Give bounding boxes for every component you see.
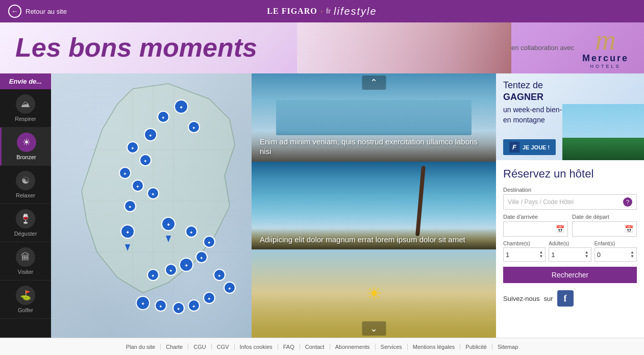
sidebar-label-relaxer: Relaxer (16, 192, 35, 198)
rooms-label: Chambre(s) (503, 241, 546, 246)
panel-pool[interactable]: ⌃ Enim ad minim veniam, quis nostrud exe… (252, 73, 496, 162)
adults-field: Adulte(s) 1 ▲ ▼ (549, 241, 591, 262)
svg-text:✦: ✦ (228, 286, 232, 291)
header-right: en collaboration avec m Mercure HOTELS (511, 27, 629, 68)
svg-text:✦: ✦ (179, 105, 183, 110)
large-sun-icon: ☀ (366, 283, 382, 305)
golf-icon: ⛳ (16, 286, 35, 305)
map-area[interactable]: ✦ ✦ ✦ ✦ ✦ ✦ ✦ ✦ ✦ ✦ (51, 73, 252, 338)
destination-placeholder: Ville / Pays / Code Hôtel (508, 198, 574, 206)
sidebar-item-bronzer[interactable]: ☀ Bronzer (0, 128, 51, 166)
footer-link-plan-du-site[interactable]: Plan du site (121, 344, 161, 350)
sidebar-label-respirer: Respirer (15, 116, 36, 122)
footer-link-cgu[interactable]: CGU (188, 344, 211, 350)
departure-label: Date de départ (572, 214, 637, 220)
panel-beach[interactable]: Adiipicing elit dolor magnum errat lorem… (252, 162, 496, 250)
follow-sur: sur (544, 295, 553, 302)
promo-banner: Tentez de GAGNER un week-end bien-être e… (496, 73, 644, 160)
search-button[interactable]: Rechercher (503, 267, 637, 283)
departure-calendar-icon: 📅 (625, 225, 633, 233)
svg-text:✦: ✦ (192, 125, 196, 131)
footer-link-cgv[interactable]: CGV (212, 344, 235, 350)
svg-text:✦: ✦ (123, 171, 127, 176)
children-input[interactable]: 0 ▲ ▼ (595, 247, 637, 262)
sidebar-item-visiter[interactable]: 🏛 Visiter (0, 242, 51, 281)
departure-field: Date de départ 📅 (572, 214, 637, 237)
sun-icon: ☀ (17, 133, 36, 152)
destination-label: Destination (503, 187, 637, 193)
children-arrows: ▲ ▼ (630, 250, 634, 259)
svg-text:✦: ✦ (151, 273, 155, 278)
sidebar-label-visiter: Visiter (18, 269, 33, 275)
back-button[interactable]: ← Retour au site (8, 5, 67, 18)
footer-link-faq[interactable]: FAQ (278, 344, 300, 350)
facebook-icon[interactable]: f (557, 290, 574, 307)
promo-title-prefix: Tentez de (503, 80, 543, 90)
svg-text:✦: ✦ (192, 304, 196, 309)
svg-text:✦: ✦ (143, 159, 147, 164)
footer: Plan du site Charte CGU CGV Infos cookie… (0, 338, 644, 355)
svg-text:✦: ✦ (166, 222, 170, 227)
svg-text:✦: ✦ (141, 301, 145, 307)
help-icon[interactable]: ? (623, 197, 632, 207)
site-logo: LE FIGARO · fr lifestyle (267, 6, 377, 17)
counters-row: Chambre(s) 1 ▲ ▼ Adulte(s) 1 ▲ (503, 241, 637, 262)
footer-link-infos-cookies[interactable]: Infos cookies (235, 344, 278, 350)
back-label: Retour au site (26, 8, 67, 15)
sidebar-item-relaxer[interactable]: ☯ Relaxer (0, 166, 51, 204)
svg-text:✦: ✦ (177, 307, 181, 312)
promo-play-label: JE JOUE ! (523, 144, 550, 150)
mercure-logo: m Mercure HOTELS (582, 27, 629, 68)
adults-input[interactable]: 1 ▲ ▼ (549, 247, 591, 262)
arrival-field: Date d'arrivée 📅 (503, 214, 568, 237)
adults-down-arrow[interactable]: ▼ (585, 255, 589, 259)
footer-link-mentions-legales[interactable]: Mentions légales (408, 344, 461, 350)
footer-link-charte[interactable]: Charte (161, 344, 188, 350)
footer-link-sitemap[interactable]: Sitemap (492, 344, 523, 350)
hotel-booking-form: Réservez un hôtel Destination Ville / Pa… (496, 160, 644, 338)
svg-text:✦: ✦ (184, 263, 188, 268)
arrival-input[interactable]: 📅 (503, 221, 568, 237)
promo-play-button[interactable]: F JE JOUE ! (503, 139, 556, 155)
destination-input[interactable]: Ville / Pays / Code Hôtel ? (503, 194, 637, 210)
panel-2-text: Adiipicing elit dolor magnum errat lorem… (260, 235, 488, 245)
mercure-m-letter: m (595, 27, 615, 53)
follow-row: Suivez-nous sur f (503, 290, 637, 307)
footer-link-contact[interactable]: Contact (300, 344, 330, 350)
footer-link-services[interactable]: Services (376, 344, 408, 350)
sidebar-label-golfer: Golfer (18, 307, 33, 313)
svg-text:✦: ✦ (128, 205, 132, 210)
adults-label: Adulte(s) (549, 241, 591, 246)
sidebar-label-deguster: Déguster (14, 231, 37, 237)
sidebar-item-deguster[interactable]: 🍷 Déguster (0, 204, 51, 242)
footer-link-abonnements[interactable]: Abonnements (330, 344, 376, 350)
children-label: Enfant(s) (595, 241, 637, 246)
mercure-hotels-label: HOTELS (590, 64, 621, 69)
hotel-form-title: Réservez un hôtel (503, 167, 637, 181)
sidebar-item-golfer[interactable]: ⛳ Golfer (0, 281, 51, 319)
logo-dot: · (320, 6, 323, 17)
panel-nav-down[interactable]: ⌄ (362, 321, 386, 336)
sidebar: Envie de... ⛰ Respirer ☀ Bronzer ☯ Relax… (0, 73, 51, 338)
panel-dunes[interactable]: ☀ ⌄ (252, 249, 496, 338)
children-field: Enfant(s) 0 ▲ ▼ (595, 241, 637, 262)
back-arrow-icon: ← (8, 5, 21, 18)
rooms-input[interactable]: 1 ▲ ▼ (503, 247, 546, 262)
panel-2-overlay: Adiipicing elit dolor magnum errat lorem… (252, 229, 496, 250)
main-content: Envie de... ⛰ Respirer ☀ Bronzer ☯ Relax… (0, 73, 644, 338)
header-photo-decoration (297, 22, 511, 73)
sidebar-item-respirer[interactable]: ⛰ Respirer (0, 89, 51, 128)
promo-mountain-image (562, 104, 644, 160)
header-banner: Les bons moments en collaboration avec m… (0, 22, 644, 73)
footer-link-publicite[interactable]: Publicité (460, 344, 492, 350)
departure-input[interactable]: 📅 (572, 221, 637, 237)
svg-text:✦: ✦ (189, 230, 193, 235)
mercure-brand-name: Mercure (582, 53, 629, 64)
arrival-calendar-icon: 📅 (556, 225, 564, 233)
svg-text:✦: ✦ (148, 133, 153, 138)
rooms-down-arrow[interactable]: ▼ (539, 255, 543, 259)
children-value: 0 (597, 251, 601, 259)
panel-nav-up[interactable]: ⌃ (362, 75, 386, 90)
rooms-field: Chambre(s) 1 ▲ ▼ (503, 241, 546, 262)
children-down-arrow[interactable]: ▼ (630, 255, 634, 259)
